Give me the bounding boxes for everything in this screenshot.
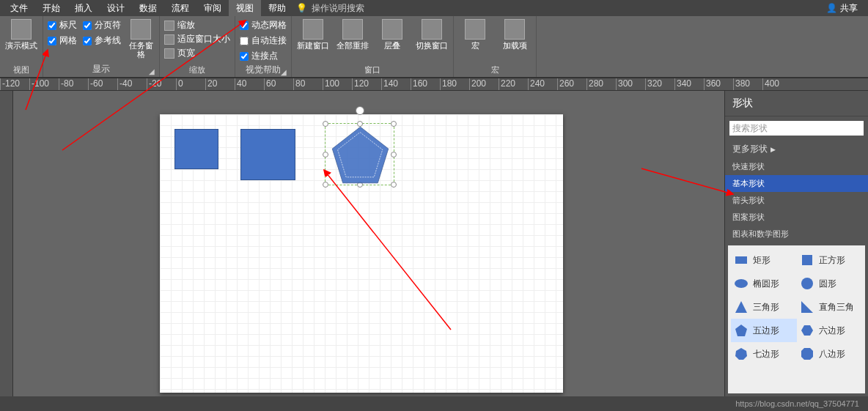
task-panes-icon	[130, 19, 151, 40]
new-window-button[interactable]: 新建窗口	[296, 18, 330, 50]
svg-point-5	[801, 278, 813, 289]
shape-item-heptagon[interactable]: 七边形	[731, 342, 797, 366]
share-icon: 👤	[826, 3, 837, 13]
octagon-icon	[800, 347, 814, 361]
page-breaks-checkbox[interactable]: 分页符	[83, 19, 121, 32]
selection-box[interactable]	[325, 123, 394, 185]
share-button[interactable]: 👤 共享	[826, 2, 865, 15]
page-width-button[interactable]: 页宽	[164, 47, 230, 59]
category-quick-shapes[interactable]: 快速形状	[725, 158, 868, 175]
switch-windows-label: 切换窗口	[416, 41, 448, 50]
more-shapes-label: 更多形状	[732, 143, 768, 155]
auto-connect-label: 自动连接	[251, 34, 287, 47]
tab-file[interactable]: 文件	[3, 0, 35, 16]
group-zoom: 缩放 适应窗口大小 页宽 缩放	[160, 16, 235, 77]
tab-home[interactable]: 开始	[35, 0, 67, 16]
svg-marker-6	[735, 301, 747, 313]
cascade-button[interactable]: 层叠	[375, 18, 409, 50]
arrange-all-button[interactable]: 全部重排	[336, 18, 369, 50]
shape-rectangle-1[interactable]	[174, 129, 218, 169]
svg-marker-10	[735, 348, 747, 360]
shapes-pane: 形状 搜索形状 更多形状▶ 快速形状 基本形状 箭头形状 图案形状 图表和数学图…	[724, 91, 868, 396]
switch-windows-icon	[422, 19, 442, 40]
zoom-icon	[164, 21, 174, 31]
shape-label: 六边形	[819, 325, 845, 337]
grid-checkbox[interactable]: 网格	[48, 34, 77, 47]
group-macros: 宏 加载项 宏	[454, 16, 537, 77]
dynamic-grid-label: 动态网格	[251, 19, 287, 32]
category-arrow-shapes[interactable]: 箭头形状	[725, 192, 868, 209]
tab-review[interactable]: 审阅	[196, 0, 229, 16]
tab-process[interactable]: 流程	[164, 0, 196, 16]
tab-help[interactable]: 帮助	[261, 0, 293, 16]
horizontal-ruler: -120-100-80-60-40-2002040608010012014016…	[0, 78, 868, 91]
group-view-label: 视图	[4, 63, 38, 77]
shape-item-triangle[interactable]: 三角形	[731, 295, 797, 319]
ruler-checkbox[interactable]: 标尺	[48, 19, 77, 32]
visual-help-launcher-icon[interactable]: ◢	[281, 68, 287, 76]
fit-window-button[interactable]: 适应窗口大小	[164, 33, 230, 45]
task-panes-button[interactable]: 任务窗格	[127, 18, 155, 59]
group-zoom-label: 缩放	[164, 63, 230, 77]
shape-item-right-triangle[interactable]: 直角三角	[797, 295, 863, 319]
shape-item-pentagon[interactable]: 五边形	[731, 319, 797, 342]
rectangle-icon	[734, 253, 749, 267]
shape-item-circle[interactable]: 圆形	[797, 272, 863, 295]
shape-item-ellipse[interactable]: 椭圆形	[731, 272, 797, 295]
category-chart-math-shapes[interactable]: 图表和数学图形	[725, 226, 868, 242]
guides-label: 参考线	[95, 34, 121, 47]
shape-label: 三角形	[753, 301, 779, 314]
addins-button[interactable]: 加载项	[498, 18, 532, 50]
tab-insert[interactable]: 插入	[67, 0, 100, 16]
macros-button[interactable]: 宏	[458, 18, 492, 50]
macros-icon	[465, 19, 485, 40]
group-visual-help-label: 视觉帮助◢	[240, 62, 287, 78]
arrange-all-label: 全部重排	[336, 41, 369, 50]
watermark: https://blog.csdn.net/qq_37504771	[735, 399, 859, 408]
shape-item-rectangle[interactable]: 矩形	[731, 248, 797, 272]
page-breaks-label: 分页符	[95, 19, 121, 32]
ruler-label: 标尺	[59, 19, 77, 32]
dynamic-grid-checkbox[interactable]: 动态网格	[240, 19, 287, 32]
display-launcher-icon[interactable]: ◢	[149, 67, 155, 75]
vertical-ruler	[0, 91, 13, 411]
svg-marker-9	[801, 325, 813, 336]
page-width-icon	[164, 48, 174, 59]
more-shapes-link[interactable]: 更多形状▶	[725, 140, 868, 158]
cascade-icon	[382, 19, 402, 40]
triangle-icon	[734, 300, 749, 314]
zoom-label: 缩放	[177, 19, 195, 32]
shape-label: 五边形	[753, 325, 779, 337]
grid-label: 网格	[59, 34, 77, 47]
tab-data[interactable]: 数据	[132, 0, 164, 16]
hexagon-icon	[800, 323, 814, 338]
svg-marker-11	[801, 348, 813, 360]
shape-item-square[interactable]: 正方形	[797, 248, 863, 272]
drawing-page[interactable]	[160, 114, 563, 393]
circle-icon	[800, 276, 814, 291]
shapes-search-input[interactable]: 搜索形状	[729, 121, 864, 136]
shape-rectangle-2[interactable]	[240, 129, 295, 180]
presentation-mode-button[interactable]: 演示模式	[4, 18, 38, 50]
rotate-handle[interactable]	[356, 106, 364, 115]
tell-me-search[interactable]: 操作说明搜索	[312, 2, 364, 15]
zoom-button[interactable]: 缩放	[164, 19, 230, 32]
svg-point-4	[735, 279, 748, 288]
shape-pentagon[interactable]	[326, 124, 395, 186]
fit-window-label: 适应窗口大小	[177, 33, 230, 45]
lightbulb-icon: 💡	[296, 3, 307, 13]
auto-connect-checkbox[interactable]: 自动连接	[240, 34, 287, 47]
group-window-label: 窗口	[296, 63, 449, 77]
svg-rect-2	[735, 256, 747, 264]
shape-item-hexagon[interactable]: 六边形	[797, 319, 863, 342]
category-basic-shapes[interactable]: 基本形状	[725, 175, 868, 192]
group-display: 标尺 网格 分页符 参考线 任务窗格 显示◢	[43, 16, 160, 77]
category-pattern-shapes[interactable]: 图案形状	[725, 209, 868, 226]
tab-design[interactable]: 设计	[100, 0, 132, 16]
tab-view[interactable]: 视图	[229, 0, 261, 16]
shape-item-octagon[interactable]: 八边形	[797, 342, 863, 366]
guides-checkbox[interactable]: 参考线	[83, 34, 121, 47]
canvas-workspace[interactable]	[13, 91, 724, 396]
connection-points-checkbox[interactable]: 连接点	[240, 50, 287, 62]
switch-windows-button[interactable]: 切换窗口	[415, 18, 449, 50]
